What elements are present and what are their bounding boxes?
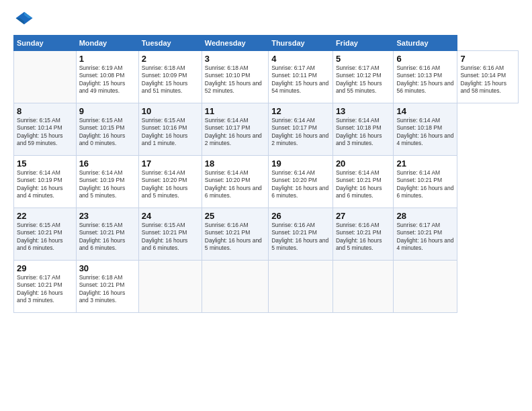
calendar-cell <box>332 261 394 313</box>
day-info: Sunrise: 6:18 AMSunset: 10:09 PMDaylight… <box>142 64 199 95</box>
calendar-week-row: 1Sunrise: 6:19 AMSunset: 10:08 PMDayligh… <box>14 51 519 103</box>
day-info: Sunrise: 6:15 AMSunset: 10:21 PMDaylight… <box>79 222 136 253</box>
calendar-cell <box>14 51 77 103</box>
day-number: 20 <box>336 158 391 169</box>
calendar-week-row: 29Sunrise: 6:17 AMSunset: 10:21 PMDaylig… <box>14 261 519 313</box>
calendar-cell: 24Sunrise: 6:15 AMSunset: 10:21 PMDaylig… <box>138 208 202 261</box>
calendar-cell: 17Sunrise: 6:14 AMSunset: 10:20 PMDaylig… <box>138 156 202 208</box>
day-info: Sunrise: 6:17 AMSunset: 10:21 PMDaylight… <box>396 222 454 253</box>
day-number: 26 <box>271 211 330 221</box>
calendar-cell: 22Sunrise: 6:15 AMSunset: 10:21 PMDaylig… <box>14 208 77 261</box>
calendar-cell <box>202 261 268 313</box>
day-number: 29 <box>17 263 73 273</box>
day-number: 24 <box>142 211 199 221</box>
day-info: Sunrise: 6:14 AMSunset: 10:18 PMDaylight… <box>396 117 454 148</box>
calendar-cell: 15Sunrise: 6:14 AMSunset: 10:19 PMDaylig… <box>14 156 77 208</box>
calendar-table: Sunday Monday Tuesday Wednesday Thursday… <box>13 35 519 313</box>
day-number: 16 <box>79 158 136 169</box>
day-info: Sunrise: 6:14 AMSunset: 10:20 PMDaylight… <box>142 169 199 200</box>
day-info: Sunrise: 6:14 AMSunset: 10:20 PMDaylight… <box>205 169 265 200</box>
calendar-cell: 9Sunrise: 6:15 AMSunset: 10:15 PMDayligh… <box>76 103 138 156</box>
day-info: Sunrise: 6:14 AMSunset: 10:21 PMDaylight… <box>336 169 391 200</box>
day-number: 4 <box>271 54 330 64</box>
day-number: 6 <box>396 54 454 64</box>
calendar-week-row: 15Sunrise: 6:14 AMSunset: 10:19 PMDaylig… <box>14 156 519 208</box>
day-number: 21 <box>396 158 454 169</box>
day-number: 13 <box>336 106 391 116</box>
col-thursday: Thursday <box>269 36 333 51</box>
col-tuesday: Tuesday <box>138 36 202 51</box>
day-number: 27 <box>336 211 391 221</box>
page-header <box>13 11 519 28</box>
calendar-cell: 19Sunrise: 6:14 AMSunset: 10:20 PMDaylig… <box>269 156 333 208</box>
calendar-cell: 14Sunrise: 6:14 AMSunset: 10:18 PMDaylig… <box>394 103 457 156</box>
day-info: Sunrise: 6:15 AMSunset: 10:15 PMDaylight… <box>79 117 136 148</box>
day-number: 10 <box>142 106 199 116</box>
day-number: 17 <box>142 158 199 169</box>
calendar-cell: 25Sunrise: 6:16 AMSunset: 10:21 PMDaylig… <box>202 208 268 261</box>
calendar-cell: 1Sunrise: 6:19 AMSunset: 10:08 PMDayligh… <box>76 51 138 103</box>
day-info: Sunrise: 6:15 AMSunset: 10:14 PMDaylight… <box>17 117 73 148</box>
day-info: Sunrise: 6:16 AMSunset: 10:14 PMDaylight… <box>460 64 515 95</box>
day-number: 8 <box>17 106 73 116</box>
calendar-week-row: 22Sunrise: 6:15 AMSunset: 10:21 PMDaylig… <box>14 208 519 261</box>
calendar-cell: 3Sunrise: 6:18 AMSunset: 10:10 PMDayligh… <box>202 51 268 103</box>
day-info: Sunrise: 6:14 AMSunset: 10:19 PMDaylight… <box>79 169 136 200</box>
calendar-cell: 30Sunrise: 6:18 AMSunset: 10:21 PMDaylig… <box>76 261 138 313</box>
day-info: Sunrise: 6:14 AMSunset: 10:17 PMDaylight… <box>271 117 330 148</box>
calendar-cell: 5Sunrise: 6:17 AMSunset: 10:12 PMDayligh… <box>332 51 394 103</box>
day-info: Sunrise: 6:18 AMSunset: 10:10 PMDaylight… <box>205 64 265 95</box>
calendar-header-row: Sunday Monday Tuesday Wednesday Thursday… <box>14 36 519 51</box>
col-saturday: Saturday <box>394 36 457 51</box>
day-info: Sunrise: 6:16 AMSunset: 10:21 PMDaylight… <box>336 222 391 253</box>
calendar-cell: 28Sunrise: 6:17 AMSunset: 10:21 PMDaylig… <box>394 208 457 261</box>
day-number: 5 <box>336 54 391 64</box>
day-info: Sunrise: 6:15 AMSunset: 10:16 PMDaylight… <box>142 117 199 148</box>
calendar-cell: 10Sunrise: 6:15 AMSunset: 10:16 PMDaylig… <box>138 103 202 156</box>
calendar-cell: 29Sunrise: 6:17 AMSunset: 10:21 PMDaylig… <box>14 261 77 313</box>
calendar-cell: 16Sunrise: 6:14 AMSunset: 10:19 PMDaylig… <box>76 156 138 208</box>
calendar-cell: 6Sunrise: 6:16 AMSunset: 10:13 PMDayligh… <box>394 51 457 103</box>
day-number: 22 <box>17 211 73 221</box>
col-wednesday: Wednesday <box>202 36 268 51</box>
day-number: 3 <box>205 54 265 64</box>
calendar-cell: 21Sunrise: 6:14 AMSunset: 10:21 PMDaylig… <box>394 156 457 208</box>
calendar-cell: 4Sunrise: 6:17 AMSunset: 10:11 PMDayligh… <box>269 51 333 103</box>
day-info: Sunrise: 6:18 AMSunset: 10:21 PMDaylight… <box>79 274 136 305</box>
day-number: 18 <box>205 158 265 169</box>
day-info: Sunrise: 6:14 AMSunset: 10:18 PMDaylight… <box>336 117 391 148</box>
day-number: 1 <box>79 54 136 64</box>
day-info: Sunrise: 6:16 AMSunset: 10:21 PMDaylight… <box>205 222 265 253</box>
day-number: 15 <box>17 158 73 169</box>
day-info: Sunrise: 6:15 AMSunset: 10:21 PMDaylight… <box>142 222 199 253</box>
day-info: Sunrise: 6:16 AMSunset: 10:21 PMDaylight… <box>271 222 330 253</box>
day-number: 25 <box>205 211 265 221</box>
day-number: 30 <box>79 263 136 273</box>
calendar-cell: 27Sunrise: 6:16 AMSunset: 10:21 PMDaylig… <box>332 208 394 261</box>
calendar-cell: 7Sunrise: 6:16 AMSunset: 10:14 PMDayligh… <box>457 51 519 103</box>
calendar-cell: 8Sunrise: 6:15 AMSunset: 10:14 PMDayligh… <box>14 103 77 156</box>
col-friday: Friday <box>332 36 394 51</box>
day-number: 19 <box>271 158 330 169</box>
day-number: 23 <box>79 211 136 221</box>
day-info: Sunrise: 6:14 AMSunset: 10:19 PMDaylight… <box>17 169 73 200</box>
calendar-cell: 13Sunrise: 6:14 AMSunset: 10:18 PMDaylig… <box>332 103 394 156</box>
day-info: Sunrise: 6:17 AMSunset: 10:11 PMDaylight… <box>271 64 330 95</box>
generalblue-logo-icon <box>15 11 34 26</box>
day-number: 28 <box>396 211 454 221</box>
day-number: 2 <box>142 54 199 64</box>
calendar-cell <box>394 261 457 313</box>
col-monday: Monday <box>76 36 138 51</box>
day-info: Sunrise: 6:14 AMSunset: 10:20 PMDaylight… <box>271 169 330 200</box>
calendar-cell: 23Sunrise: 6:15 AMSunset: 10:21 PMDaylig… <box>76 208 138 261</box>
calendar-cell: 26Sunrise: 6:16 AMSunset: 10:21 PMDaylig… <box>269 208 333 261</box>
day-info: Sunrise: 6:19 AMSunset: 10:08 PMDaylight… <box>79 64 136 95</box>
calendar-cell <box>269 261 333 313</box>
day-info: Sunrise: 6:14 AMSunset: 10:17 PMDaylight… <box>205 117 265 148</box>
calendar-cell: 18Sunrise: 6:14 AMSunset: 10:20 PMDaylig… <box>202 156 268 208</box>
day-number: 14 <box>396 106 454 116</box>
day-number: 7 <box>460 54 515 64</box>
col-sunday: Sunday <box>14 36 77 51</box>
day-number: 12 <box>271 106 330 116</box>
calendar-cell: 12Sunrise: 6:14 AMSunset: 10:17 PMDaylig… <box>269 103 333 156</box>
